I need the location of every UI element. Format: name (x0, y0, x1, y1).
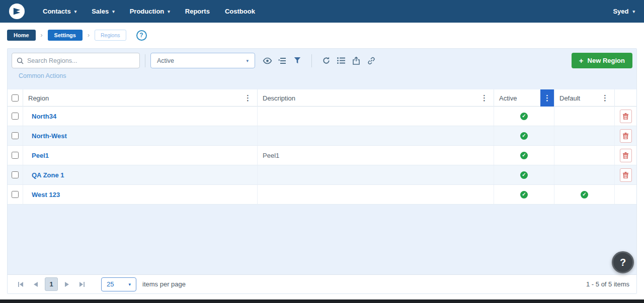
first-page-button[interactable] (15, 278, 27, 290)
next-page-icon (65, 282, 69, 287)
page-help-icon[interactable]: ? (136, 30, 147, 41)
table-row: QA Zone 1 ✓ (8, 165, 636, 185)
region-cell: QA Zone 1 (23, 165, 258, 184)
column-label: Description (263, 94, 295, 102)
delete-button[interactable] (620, 149, 632, 162)
status-filter-dropdown[interactable]: Active ▾ (150, 53, 255, 68)
plus-icon: + (579, 56, 584, 65)
nav-label: Sales (92, 8, 109, 15)
nav-sales[interactable]: Sales ▾ (92, 8, 115, 15)
column-label: Active (499, 94, 517, 102)
visibility-button[interactable] (261, 55, 273, 67)
actions-cell (615, 107, 636, 126)
active-cell: ✓ (494, 146, 554, 165)
link-icon (367, 57, 375, 65)
previous-page-button[interactable] (30, 278, 42, 290)
search-input[interactable] (27, 57, 135, 64)
select-all-checkbox[interactable] (12, 94, 19, 102)
active-check-icon: ✓ (520, 191, 528, 198)
nav-label: Reports (185, 8, 210, 15)
chevron-right-icon: › (41, 32, 43, 39)
table-footer: 1 25 ▾ items per page 1 - 5 of 5 items (8, 274, 636, 293)
delete-button[interactable] (620, 129, 632, 143)
delete-button[interactable] (620, 110, 632, 123)
region-link[interactable]: Peel1 (32, 152, 49, 159)
region-link[interactable]: QA Zone 1 (32, 171, 64, 179)
row-checkbox[interactable] (12, 132, 19, 139)
new-region-button[interactable]: + New Region (572, 53, 632, 68)
region-link[interactable]: North34 (32, 113, 56, 120)
table-row: North-West ✓ (8, 126, 636, 146)
delete-button[interactable] (620, 168, 632, 182)
toolbar-divider (311, 54, 312, 67)
row-checkbox-cell (8, 165, 23, 184)
export-button[interactable] (350, 55, 362, 67)
row-checkbox[interactable] (12, 191, 19, 198)
user-menu[interactable]: Syed ▾ (613, 8, 635, 15)
app-window: Contacts ▾ Sales ▾ Production ▾ Reports … (0, 0, 644, 303)
floating-help-button[interactable]: ? (612, 251, 634, 273)
nav-costbook[interactable]: Costbook (225, 8, 255, 15)
trash-icon (623, 113, 628, 120)
list-icon (337, 57, 345, 64)
actions-cell (615, 165, 636, 184)
common-actions-link[interactable]: Common Actions (19, 72, 66, 79)
column-settings-icon (278, 57, 286, 64)
user-name: Syed (613, 8, 628, 15)
active-check-icon: ✓ (520, 113, 528, 120)
items-range-label: 1 - 5 of 5 items (586, 280, 629, 288)
next-page-button[interactable] (61, 278, 73, 290)
top-nav: Contacts ▾ Sales ▾ Production ▾ Reports … (0, 0, 644, 23)
chevron-down-icon: ▾ (168, 9, 170, 14)
region-cell: North-West (23, 126, 258, 145)
actions-cell (615, 146, 636, 165)
column-label: Default (559, 94, 580, 102)
items-per-page-label: items per page (142, 280, 186, 288)
search-icon (17, 57, 24, 64)
column-header-region: Region ⋮ (23, 89, 258, 107)
trash-icon (623, 133, 628, 139)
default-cell (554, 107, 615, 126)
nav-label: Production (130, 8, 165, 15)
chevron-down-icon: ▾ (128, 282, 131, 287)
column-header-default: Default ⋮ (554, 89, 615, 107)
default-column-menu-icon[interactable]: ⋮ (600, 93, 610, 103)
previous-page-icon (34, 282, 38, 287)
default-cell (554, 146, 615, 165)
logo-mark-icon (12, 7, 22, 16)
default-check-icon: ✓ (581, 191, 588, 198)
actions-cell (615, 126, 636, 145)
breadcrumb: Home › Settings › Regions ? (0, 23, 644, 48)
active-check-icon: ✓ (520, 171, 528, 179)
main-menu: Contacts ▾ Sales ▾ Production ▾ Reports … (43, 8, 255, 15)
breadcrumb-settings-button[interactable]: Settings (48, 30, 83, 41)
description-column-menu-icon[interactable]: ⋮ (479, 93, 490, 103)
nav-contacts[interactable]: Contacts ▾ (43, 8, 76, 15)
row-checkbox-cell (8, 185, 23, 204)
refresh-button[interactable] (320, 55, 332, 67)
app-logo[interactable] (9, 4, 25, 19)
last-page-button[interactable] (76, 278, 88, 290)
region-link[interactable]: North-West (32, 132, 67, 140)
row-checkbox[interactable] (12, 152, 19, 159)
region-link[interactable]: West 123 (32, 191, 60, 198)
page-size-dropdown[interactable]: 25 ▾ (101, 277, 136, 291)
row-checkbox[interactable] (12, 113, 19, 120)
breadcrumb-home-button[interactable]: Home (7, 30, 36, 41)
region-cell: North34 (23, 107, 258, 126)
active-check-icon: ✓ (520, 152, 528, 159)
export-icon (353, 57, 360, 65)
region-column-menu-icon[interactable]: ⋮ (243, 93, 253, 103)
column-chooser-button[interactable] (276, 55, 288, 67)
description-cell (258, 126, 494, 145)
regions-table: Region ⋮ Description ⋮ Active ⋮ Default … (8, 89, 636, 205)
trash-icon (623, 152, 628, 159)
nav-reports[interactable]: Reports (185, 8, 210, 15)
filter-button[interactable] (291, 55, 303, 67)
nav-production[interactable]: Production ▾ (130, 8, 170, 15)
copy-link-button[interactable] (365, 55, 377, 67)
row-checkbox[interactable] (12, 171, 19, 178)
page-number-button[interactable]: 1 (45, 277, 58, 291)
list-view-button[interactable] (335, 55, 347, 67)
active-column-menu-button[interactable]: ⋮ (540, 89, 554, 107)
